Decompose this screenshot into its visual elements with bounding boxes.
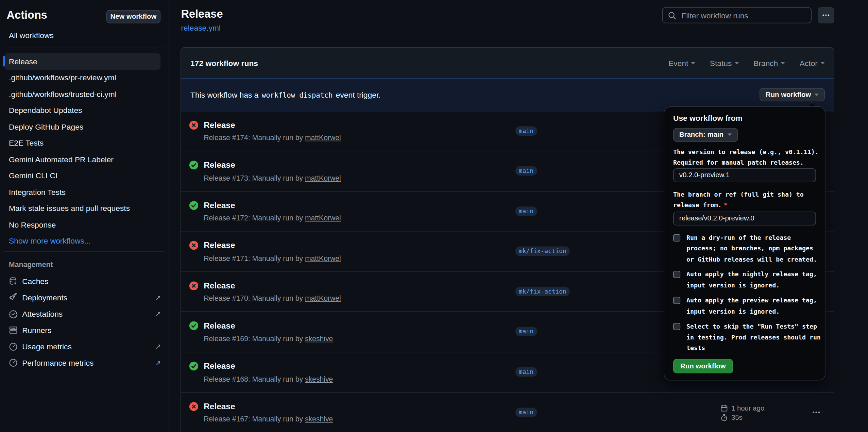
filter-label: Branch	[753, 59, 778, 67]
panel-checkboxes: Run a dry-run of the release process; no…	[673, 232, 821, 354]
database-icon	[9, 277, 18, 286]
run-title[interactable]: Release	[204, 280, 235, 291]
sidebar-item-label: Dependabot Updates	[9, 106, 82, 115]
chevron-down-icon	[735, 62, 739, 64]
sidebar-item-deploy-github-pages[interactable]: Deploy GitHub Pages	[4, 118, 160, 135]
actor-link[interactable]: mattKorwel	[305, 214, 341, 222]
branch-badge[interactable]: main	[515, 327, 537, 336]
new-workflow-button[interactable]: New workflow	[106, 10, 161, 23]
run-title[interactable]: Release	[204, 320, 235, 331]
filter-workflow-runs-input[interactable]	[680, 10, 799, 20]
actor-link[interactable]: skeshive	[305, 334, 333, 343]
actor-link[interactable]: mattKorwel	[305, 133, 341, 142]
sidebar-item-mark-stale-issues-and-pull-requests[interactable]: Mark stale issues and pull requests	[4, 200, 160, 217]
actions-page: Actions New workflow All workflows Relea…	[0, 0, 868, 432]
actor-link[interactable]: skeshive	[305, 415, 333, 423]
run-time: 1 hour ago	[731, 404, 764, 412]
management-item-label: Usage metrics	[22, 342, 72, 351]
branch-badge[interactable]: mk/fix-action	[515, 247, 570, 256]
page-kebab-button[interactable]	[818, 7, 834, 23]
actor-link[interactable]: skeshive	[305, 375, 333, 383]
sidebar-item-runners[interactable]: Runners	[0, 322, 169, 338]
panel-checkbox-row: Auto apply the preview release tag, inpu…	[673, 295, 821, 317]
run-title[interactable]: Release	[204, 240, 235, 250]
version-input[interactable]	[673, 168, 816, 182]
chevron-down-icon	[820, 62, 825, 64]
sidebar-item-github-workflows-trusted-ci-yml[interactable]: .github/workflows/trusted-ci.yml	[4, 86, 160, 102]
sidebar-item-github-workflows-pr-review-yml[interactable]: .github/workflows/pr-review.yml	[4, 69, 160, 86]
runs-filter-status[interactable]: Status	[710, 59, 739, 67]
ref-input[interactable]	[673, 211, 816, 225]
branch-selector-button[interactable]: Branch: main	[673, 128, 738, 142]
workflow-run-row[interactable]: Release Release #167: Manually run by sk…	[181, 393, 834, 432]
run-title[interactable]: Release	[204, 119, 235, 130]
sidebar-item-gemini-cli-ci[interactable]: Gemini CLI CI	[4, 168, 160, 184]
run-workflow-dropdown-button[interactable]: Run workflow	[760, 88, 825, 101]
workflow-dispatch-code: workflow_dispatch	[261, 91, 334, 99]
external-link-icon: ↗	[155, 310, 161, 318]
sidebar-item-label: Integration Tests	[9, 188, 66, 197]
divider	[4, 251, 165, 252]
external-link-icon: ↗	[155, 343, 161, 351]
run-workflow-submit-button[interactable]: Run workflow	[673, 359, 733, 373]
ref-label: The branch or ref (full git sha) to rele…	[673, 189, 804, 210]
checkbox[interactable]	[673, 234, 680, 241]
checkbox[interactable]	[673, 297, 680, 304]
external-link-icon: ↗	[155, 294, 161, 302]
run-description: Release #174: Manually run by mattKorwel	[204, 133, 341, 142]
sidebar-item-integration-tests[interactable]: Integration Tests	[4, 184, 160, 200]
actor-link[interactable]: mattKorwel	[305, 254, 341, 262]
sidebar-item-caches[interactable]: Caches	[0, 273, 169, 289]
runs-filter-event[interactable]: Event	[668, 59, 695, 67]
run-title[interactable]: Release	[204, 200, 235, 210]
management-item-label: Deployments	[22, 293, 67, 302]
branch-badge[interactable]: mk/fix-action	[515, 287, 570, 296]
failure-icon	[189, 120, 198, 129]
filter-label: Status	[710, 59, 732, 67]
run-description: Release #168: Manually run by skeshive	[204, 375, 333, 384]
filter-label: Actor	[800, 59, 818, 67]
sidebar-item-deployments[interactable]: Deployments ↗	[0, 289, 169, 306]
verified-icon	[9, 310, 18, 318]
management-item-label: Attestations	[22, 310, 63, 318]
runs-filter-branch[interactable]: Branch	[753, 59, 785, 67]
show-more-workflows-link[interactable]: Show more workflows...	[4, 233, 160, 249]
server-icon	[9, 326, 18, 335]
run-description: Release #172: Manually run by mattKorwel	[204, 214, 341, 223]
row-kebab-button[interactable]	[813, 409, 825, 416]
sidebar-item-performance-metrics[interactable]: Performance metrics ↗	[0, 355, 169, 371]
run-title[interactable]: Release	[204, 160, 235, 170]
branch-badge[interactable]: main	[515, 166, 537, 176]
sidebar-title: Actions	[7, 9, 47, 21]
run-meta: 1 hour ago 35s	[720, 404, 764, 421]
runs-filter-actor[interactable]: Actor	[800, 59, 825, 67]
actor-link[interactable]: mattKorwel	[305, 294, 341, 302]
sidebar-item-all-workflows[interactable]: All workflows	[9, 31, 54, 40]
checkbox-label: Select to skip the "Run Tests" step in t…	[686, 321, 821, 353]
checkbox[interactable]	[673, 271, 680, 278]
actor-link[interactable]: mattKorwel	[305, 174, 341, 182]
run-title[interactable]: Release	[204, 361, 235, 371]
branch-badge[interactable]: main	[515, 408, 537, 417]
workflow-list: Release .github/workflows/pr-review.yml …	[0, 53, 169, 249]
checkbox[interactable]	[673, 323, 680, 330]
run-description: Release #167: Manually run by skeshive	[204, 415, 333, 424]
sidebar-item-e2e-tests[interactable]: E2E Tests	[4, 135, 160, 151]
sidebar-item-release[interactable]: Release	[4, 53, 160, 69]
meter-icon	[9, 359, 18, 367]
failure-icon	[189, 281, 198, 290]
run-title[interactable]: Release	[204, 401, 235, 411]
sidebar-item-dependabot-updates[interactable]: Dependabot Updates	[4, 102, 160, 118]
run-description: Release #173: Manually run by mattKorwel	[204, 174, 341, 183]
run-workflow-panel: Use workflow from Branch: main The versi…	[664, 106, 825, 380]
branch-badge[interactable]: main	[515, 126, 537, 135]
workflow-file-link[interactable]: release.yml	[181, 23, 221, 32]
sidebar-item-label: .github/workflows/trusted-ci.yml	[9, 89, 117, 98]
sidebar-item-attestations[interactable]: Attestations ↗	[0, 306, 169, 322]
sidebar-item-no-response[interactable]: No Response	[4, 217, 160, 233]
sidebar-item-gemini-automated-pr-labeler[interactable]: Gemini Automated PR Labeler	[4, 151, 160, 168]
chevron-down-icon	[814, 94, 819, 96]
sidebar-item-usage-metrics[interactable]: Usage metrics ↗	[0, 338, 169, 355]
branch-badge[interactable]: main	[515, 367, 537, 377]
branch-badge[interactable]: main	[515, 206, 537, 216]
